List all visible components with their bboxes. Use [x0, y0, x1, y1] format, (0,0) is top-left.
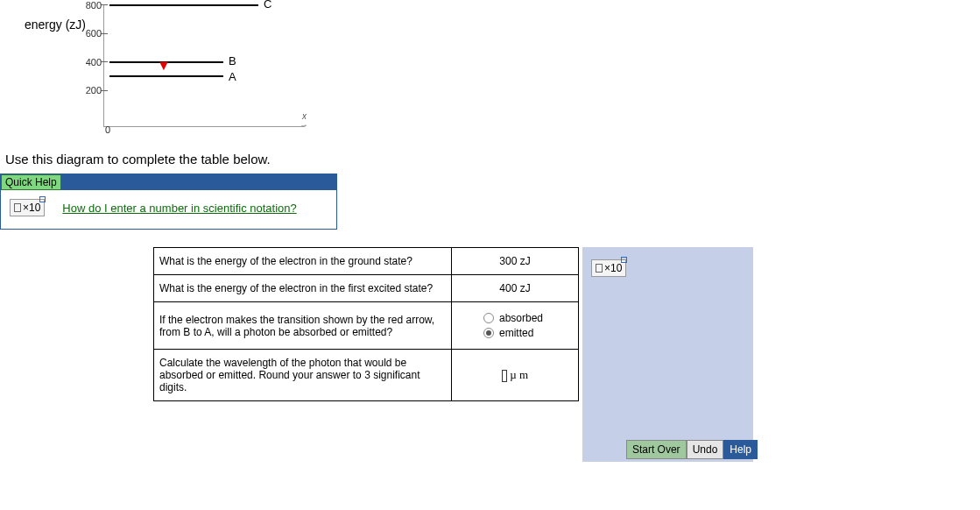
- chart-plot: C B A ▼ x →: [103, 4, 305, 127]
- exponent-box-icon: [39, 196, 46, 202]
- tick-label-200: 200: [75, 85, 102, 96]
- answer-cell: absorbed emitted: [452, 302, 579, 350]
- undo-button[interactable]: Undo: [687, 440, 724, 459]
- table-row: What is the energy of the electron in th…: [154, 248, 579, 275]
- start-over-button[interactable]: Start Over: [626, 440, 687, 459]
- transition-arrow-icon: ▼: [157, 58, 171, 74]
- sci-label: ×10: [23, 202, 40, 214]
- tick-600: [101, 33, 108, 34]
- tick-label-0: 0: [84, 124, 110, 135]
- table-row: Calculate the wavelength of the photon t…: [154, 350, 579, 401]
- radio-emitted[interactable]: emitted: [457, 327, 573, 339]
- quick-help-body: ×10 How do I enter a number in scientifi…: [1, 190, 336, 229]
- answer-cell[interactable]: µ m: [452, 350, 579, 401]
- question-cell: Calculate the wavelength of the photon t…: [154, 350, 452, 401]
- placeholder-box-icon: [596, 264, 603, 273]
- unit-label: µ m: [510, 368, 528, 381]
- scientific-notation-button-cell[interactable]: ×10: [591, 259, 626, 277]
- tick-label-400: 400: [75, 57, 102, 67]
- scientific-notation-button[interactable]: ×10: [10, 199, 45, 216]
- question-cell: What is the energy of the electron in th…: [154, 248, 452, 275]
- wavelength-input[interactable]: [502, 370, 507, 382]
- answer-area: ×10 What is the energy of the electron i…: [153, 247, 758, 462]
- level-a-label: A: [229, 70, 236, 83]
- placeholder-box-icon: [14, 203, 21, 212]
- exponent-box-icon: [621, 257, 627, 263]
- quick-help-header: Quick Help: [1, 174, 336, 190]
- help-button[interactable]: Help: [723, 440, 758, 459]
- answer-table: What is the energy of the electron in th…: [153, 247, 579, 401]
- energy-diagram: energy (zJ) C B A ▼ x → 800 600 400 200 …: [0, 0, 324, 136]
- button-row: Start Over Undo Help: [626, 440, 758, 459]
- level-b-label: B: [229, 54, 236, 67]
- answer-side-panel: [582, 247, 753, 462]
- level-c-label: C: [264, 0, 271, 11]
- table-row: If the electron makes the transition sho…: [154, 302, 579, 350]
- table-row: What is the energy of the electron in th…: [154, 275, 579, 302]
- level-a-line: [109, 75, 223, 77]
- sci-label-cell: ×10: [604, 262, 622, 274]
- tick-800: [101, 4, 108, 5]
- level-c-line: [109, 4, 258, 6]
- quick-help-tab[interactable]: Quick Help: [1, 174, 61, 190]
- quick-help-panel: Quick Help ×10 How do I enter a number i…: [0, 174, 337, 230]
- answer-cell[interactable]: 300 zJ: [452, 248, 579, 275]
- sci-notation-help-link[interactable]: How do I enter a number in scientific no…: [62, 202, 296, 215]
- tick-label-800: 800: [75, 0, 102, 11]
- tick-400: [101, 61, 108, 62]
- answer-cell[interactable]: 400 zJ: [452, 275, 579, 302]
- x-axis-arrow-icon: →: [300, 120, 308, 130]
- question-cell: What is the energy of the electron in th…: [154, 275, 452, 302]
- radio-absorbed[interactable]: absorbed: [457, 312, 573, 324]
- tick-200: [101, 90, 108, 91]
- radio-icon: [483, 328, 494, 338]
- radio-icon: [483, 313, 494, 323]
- radio-label: emitted: [499, 327, 533, 339]
- radio-label: absorbed: [499, 312, 543, 324]
- question-cell: If the electron makes the transition sho…: [154, 302, 452, 350]
- instruction-text: Use this diagram to complete the table b…: [5, 152, 980, 166]
- tick-label-600: 600: [75, 28, 102, 39]
